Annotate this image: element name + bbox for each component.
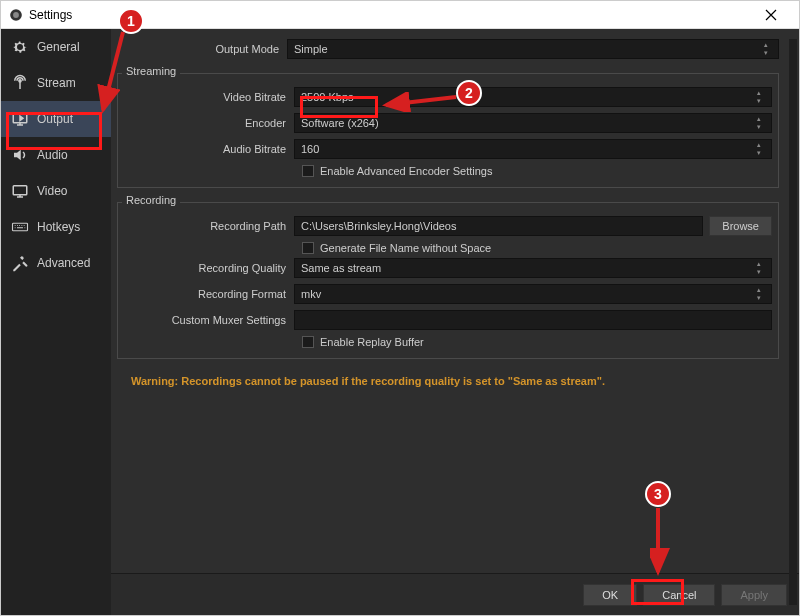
video-bitrate-label: Video Bitrate <box>124 91 294 103</box>
warning-text: Warning: Recordings cannot be paused if … <box>117 367 779 395</box>
replay-buffer-checkbox[interactable] <box>302 336 314 348</box>
keyboard-icon <box>11 218 29 236</box>
annotation-callout-2: 2 <box>456 80 482 106</box>
audio-bitrate-select[interactable]: 160▴▾ <box>294 139 772 159</box>
svg-point-1 <box>13 12 19 18</box>
recording-quality-label: Recording Quality <box>124 262 294 274</box>
window-title: Settings <box>29 8 72 22</box>
monitor-out-icon <box>11 110 29 128</box>
encoder-label: Encoder <box>124 117 294 129</box>
filename-nospace-label: Generate File Name without Space <box>320 242 491 254</box>
sidebar-item-label: Hotkeys <box>37 220 80 234</box>
apply-button[interactable]: Apply <box>721 584 787 606</box>
muxer-input[interactable] <box>294 310 772 330</box>
speaker-icon <box>11 146 29 164</box>
encoder-select[interactable]: Software (x264)▴▾ <box>294 113 772 133</box>
replay-buffer-label: Enable Replay Buffer <box>320 336 424 348</box>
sidebar-item-label: General <box>37 40 80 54</box>
recording-quality-select[interactable]: Same as stream▴▾ <box>294 258 772 278</box>
sidebar-item-label: Output <box>37 112 73 126</box>
spinner-icon[interactable]: ▴▾ <box>757 88 769 106</box>
settings-window: Settings General Stream Output Audio <box>0 0 800 616</box>
recording-group: Recording Recording Path C:\Users\Brinks… <box>117 196 779 359</box>
chevron-updown-icon: ▴▾ <box>757 140 769 158</box>
scrollbar[interactable] <box>789 39 797 605</box>
app-icon <box>9 8 23 22</box>
svg-rect-5 <box>13 223 28 231</box>
gear-icon <box>11 38 29 56</box>
recording-format-select[interactable]: mkv▴▾ <box>294 284 772 304</box>
chevron-updown-icon: ▴▾ <box>757 285 769 303</box>
recording-format-label: Recording Format <box>124 288 294 300</box>
chevron-updown-icon: ▴▾ <box>757 259 769 277</box>
cancel-button[interactable]: Cancel <box>643 584 715 606</box>
footer: OK Cancel Apply <box>111 573 799 615</box>
sidebar-item-label: Audio <box>37 148 68 162</box>
recording-path-input[interactable]: C:\Users\Brinksley.Hong\Videos <box>294 216 703 236</box>
close-icon <box>765 9 777 21</box>
sidebar-item-label: Video <box>37 184 67 198</box>
monitor-icon <box>11 182 29 200</box>
video-bitrate-input[interactable]: 2500 Kbps▴▾ <box>294 87 772 107</box>
sidebar-item-audio[interactable]: Audio <box>1 137 111 173</box>
sidebar-item-video[interactable]: Video <box>1 173 111 209</box>
filename-nospace-checkbox[interactable] <box>302 242 314 254</box>
sidebar-item-output[interactable]: Output <box>1 101 111 137</box>
chevron-updown-icon: ▴▾ <box>764 40 776 58</box>
close-button[interactable] <box>751 2 791 28</box>
content-area: Output Mode Simple▴▾ Streaming Video Bit… <box>111 29 799 615</box>
advanced-encoder-label: Enable Advanced Encoder Settings <box>320 165 492 177</box>
svg-rect-4 <box>13 186 27 195</box>
recording-legend: Recording <box>122 194 180 206</box>
sidebar-item-label: Stream <box>37 76 76 90</box>
streaming-group: Streaming Video Bitrate 2500 Kbps▴▾ Enco… <box>117 67 779 188</box>
chevron-updown-icon: ▴▾ <box>757 114 769 132</box>
advanced-encoder-checkbox[interactable] <box>302 165 314 177</box>
output-mode-label: Output Mode <box>117 43 287 55</box>
muxer-label: Custom Muxer Settings <box>124 314 294 326</box>
sidebar-item-stream[interactable]: Stream <box>1 65 111 101</box>
annotation-callout-1: 1 <box>118 8 144 34</box>
tools-icon <box>11 254 29 272</box>
sidebar-item-label: Advanced <box>37 256 90 270</box>
recording-path-label: Recording Path <box>124 220 294 232</box>
browse-button[interactable]: Browse <box>709 216 772 236</box>
annotation-callout-3: 3 <box>645 481 671 507</box>
sidebar-item-hotkeys[interactable]: Hotkeys <box>1 209 111 245</box>
sidebar-item-general[interactable]: General <box>1 29 111 65</box>
ok-button[interactable]: OK <box>583 584 637 606</box>
sidebar-item-advanced[interactable]: Advanced <box>1 245 111 281</box>
streaming-legend: Streaming <box>122 65 180 77</box>
audio-bitrate-label: Audio Bitrate <box>124 143 294 155</box>
output-mode-select[interactable]: Simple▴▾ <box>287 39 779 59</box>
antenna-icon <box>11 74 29 92</box>
sidebar: General Stream Output Audio Video Hotkey… <box>1 29 111 615</box>
